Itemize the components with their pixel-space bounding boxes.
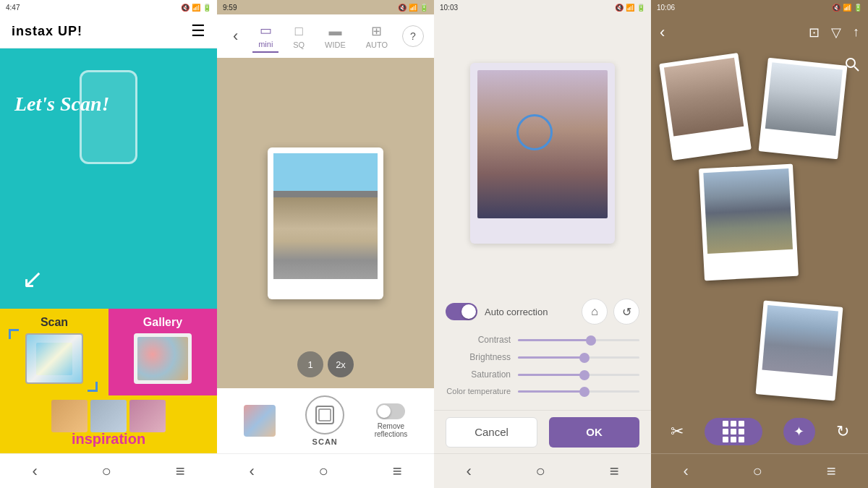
nav-bar-2: ‹ ○ ≡ xyxy=(217,453,434,488)
polaroid-4-inner xyxy=(762,305,838,376)
format-mini-label: mini xyxy=(258,40,273,48)
color-temp-thumb[interactable] xyxy=(579,387,590,397)
hero-text: Let's Scan! xyxy=(14,92,109,116)
edit-instax-card xyxy=(470,63,615,244)
gallery-button[interactable]: Gallery xyxy=(109,309,217,395)
nav-home-4[interactable]: ○ xyxy=(753,462,762,481)
saturation-slider-row: Saturation xyxy=(446,369,639,380)
format-auto[interactable]: ⊞ AUTO xyxy=(360,20,393,52)
nav-menu-3[interactable]: ≡ xyxy=(610,462,619,481)
nav-back-3[interactable]: ‹ xyxy=(466,462,471,481)
polaroid-1[interactable] xyxy=(659,53,752,160)
remove-reflections-toggle: Removereflections xyxy=(375,403,408,438)
inspiration-text: inspiration xyxy=(72,431,145,448)
color-temp-track[interactable] xyxy=(518,390,639,393)
contrast-thumb[interactable] xyxy=(586,335,596,346)
inspi-photo-3 xyxy=(129,400,166,432)
zoom-2x[interactable]: 2x xyxy=(328,351,354,377)
hero-area: Let's Scan! ↙ xyxy=(0,48,217,309)
scan-preview-img xyxy=(25,333,83,384)
nav-menu-2[interactable]: ≡ xyxy=(393,462,402,481)
inspiration-area[interactable]: inspiration xyxy=(0,395,217,453)
auto-correction-toggle[interactable] xyxy=(446,303,477,320)
help-button[interactable]: ? xyxy=(402,25,424,47)
contrast-track[interactable] xyxy=(518,339,639,341)
nav-bar-1: ‹ ○ ≡ xyxy=(0,453,217,488)
gallery-label: Gallery xyxy=(143,316,182,329)
nav-back-1[interactable]: ‹ xyxy=(32,462,37,481)
back-button-2[interactable]: ‹ xyxy=(227,21,244,51)
reset-button[interactable]: ⌂ xyxy=(582,299,608,325)
panel-edit: 10:03 🔇📶🔋 Auto correction ⌂ ↺ Contrast xyxy=(434,0,651,488)
action-buttons-edit: ⌂ ↺ xyxy=(582,299,639,325)
nav-home-3[interactable]: ○ xyxy=(536,462,545,481)
edit-controls: Auto correction ⌂ ↺ Contrast Brightness … xyxy=(434,291,651,410)
hero-arrow: ↙ xyxy=(22,264,43,294)
gallery-thumbnail[interactable] xyxy=(244,405,276,437)
ok-button[interactable]: OK xyxy=(549,417,639,448)
camera-viewfinder: 1 2x xyxy=(217,58,434,388)
color-temp-fill xyxy=(518,390,584,393)
polaroid-2[interactable] xyxy=(759,58,848,160)
inspi-photo-2 xyxy=(90,400,127,432)
svg-rect-1 xyxy=(319,409,331,421)
format-mini[interactable]: ▭ mini xyxy=(252,20,278,53)
zoom-1x[interactable]: 1 xyxy=(297,351,323,377)
saturation-fill xyxy=(518,374,584,376)
format-sq[interactable]: □ SQ xyxy=(287,21,310,52)
menu-icon[interactable]: ☰ xyxy=(191,22,205,40)
brightness-slider-row: Brightness xyxy=(446,352,639,362)
color-temp-label: Color temperature xyxy=(446,387,518,395)
cancel-button[interactable]: Cancel xyxy=(446,417,537,448)
nav-menu-4[interactable]: ≡ xyxy=(827,462,836,481)
scan-button[interactable]: Scan xyxy=(0,309,109,395)
scan-icon xyxy=(315,405,335,425)
format-selector: ‹ ▭ mini □ SQ ▬ WIDE ⊞ AUTO ? xyxy=(217,14,434,58)
filter-icon[interactable]: ▽ xyxy=(831,25,841,40)
nav-bar-3: ‹ ○ ≡ xyxy=(434,453,651,488)
nav-back-2[interactable]: ‹ xyxy=(249,462,254,481)
polaroid-3[interactable] xyxy=(699,164,799,281)
nav-home-1[interactable]: ○ xyxy=(102,462,111,481)
auto-correction-label: Auto correction xyxy=(485,307,574,317)
nav-menu-1[interactable]: ≡ xyxy=(176,462,185,481)
scissors-icon[interactable]: ✂ xyxy=(671,422,684,441)
grid-view-button[interactable] xyxy=(705,418,762,445)
repeat-icon[interactable]: ↻ xyxy=(836,422,849,441)
remove-refl-label: Removereflections xyxy=(375,422,408,438)
reflections-toggle-switch[interactable] xyxy=(376,403,405,419)
magic-icon: ✦ xyxy=(793,424,804,440)
brightness-track[interactable] xyxy=(518,356,639,359)
crop-icon[interactable]: ⊡ xyxy=(809,25,820,40)
polaroid-4[interactable] xyxy=(756,300,843,401)
gallery-preview-img xyxy=(134,333,192,384)
format-wide[interactable]: ▬ WIDE xyxy=(319,21,352,52)
brightness-thumb[interactable] xyxy=(579,353,590,363)
status-time-3: 10:03 xyxy=(440,4,458,12)
instax-card-scan xyxy=(268,147,383,299)
gallery-photos-area xyxy=(651,51,868,410)
undo-button[interactable]: ↺ xyxy=(613,299,639,325)
zoom-controls: 1 2x xyxy=(297,351,354,377)
nav-home-2[interactable]: ○ xyxy=(319,462,328,481)
contrast-label: Contrast xyxy=(446,335,518,345)
saturation-track[interactable] xyxy=(518,374,639,376)
gallery-header: ‹ ⊡ ▽ ↑ xyxy=(651,14,868,51)
magic-button[interactable]: ✦ xyxy=(783,418,815,445)
saturation-thumb[interactable] xyxy=(579,370,590,380)
scan-label: Scan xyxy=(41,316,68,329)
scan-action-button[interactable]: SCAN xyxy=(305,395,344,446)
search-icon[interactable] xyxy=(842,54,862,74)
color-temp-slider-row: Color temperature xyxy=(446,387,639,395)
nav-back-4[interactable]: ‹ xyxy=(683,462,688,481)
share-icon[interactable]: ↑ xyxy=(853,25,859,40)
saturation-label: Saturation xyxy=(446,369,518,380)
gallery-back-button[interactable]: ‹ xyxy=(660,23,665,42)
inspiration-photos xyxy=(51,400,166,432)
inspi-photo-1 xyxy=(51,400,88,432)
auto-correction-row: Auto correction ⌂ ↺ xyxy=(446,299,639,325)
polaroid-3-inner xyxy=(703,168,793,254)
svg-line-3 xyxy=(854,67,859,71)
toggle-on-knob xyxy=(461,304,476,319)
status-icons-1: 🔇 📶 🔋 xyxy=(181,4,211,12)
